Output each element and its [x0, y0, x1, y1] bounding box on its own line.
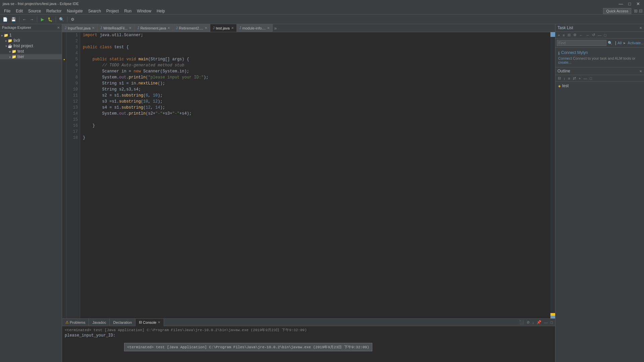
- task-back-btn[interactable]: ←: [578, 33, 584, 38]
- console-close[interactable]: ✕: [158, 320, 160, 324]
- toolbar-search[interactable]: 🔍: [58, 16, 65, 22]
- console-maximize-btn[interactable]: □: [549, 320, 554, 325]
- menu-run[interactable]: Run: [121, 8, 134, 14]
- line-num-3: 3: [69, 44, 78, 50]
- tab-close-moduleinfo[interactable]: ✕: [267, 26, 270, 30]
- console-pin-btn[interactable]: 📌: [536, 320, 542, 325]
- connect-mylyn-title: Connect Mylyn: [561, 50, 588, 55]
- close-button[interactable]: ✕: [635, 1, 641, 6]
- tab-retirement[interactable]: J Retirement.java ✕: [135, 24, 173, 32]
- code-line-2: [83, 38, 548, 44]
- activate-link[interactable]: Activate...: [628, 41, 644, 45]
- menu-window[interactable]: Window: [134, 8, 154, 14]
- find-row: 🔍 | All ▸ Activate...: [555, 39, 644, 48]
- toolbar-refactor[interactable]: ⚙: [69, 16, 76, 22]
- outline-close[interactable]: ✕: [639, 69, 642, 73]
- connect-link[interactable]: Connect: [558, 56, 572, 60]
- toolbar-save[interactable]: 💾: [10, 16, 17, 22]
- line-numbers: 1 2 3 4 5 6 7 8 9 10 11 12 13 14 15 16 1: [67, 32, 80, 318]
- menu-search[interactable]: Search: [86, 8, 104, 14]
- menu-file[interactable]: File: [1, 8, 13, 14]
- right-gutter-top: [550, 32, 555, 37]
- quick-access-button[interactable]: Quick Access: [603, 8, 631, 14]
- toolbar-forward[interactable]: →: [29, 16, 35, 22]
- task-collapse-btn[interactable]: ⊟: [567, 33, 572, 38]
- line-num-2: 2: [69, 38, 78, 44]
- code-line-12: s3 =s1.substring(10, 12);: [83, 99, 548, 105]
- bottom-tab-console[interactable]: ⊟ Console ✕: [136, 319, 164, 326]
- menu-edit[interactable]: Edit: [13, 8, 25, 14]
- outline-sync-btn[interactable]: ⇄: [572, 76, 577, 81]
- all-link[interactable]: All: [618, 41, 622, 45]
- outline-item-test[interactable]: ◈ test: [557, 83, 643, 88]
- right-gutter-info: [550, 316, 555, 318]
- tab-close-retirement2[interactable]: ✕: [205, 26, 207, 30]
- tree-label-tser: tser: [17, 54, 24, 59]
- minimize-button[interactable]: —: [617, 1, 624, 6]
- line-num-11: 11: [69, 93, 78, 99]
- outline-collapse-btn[interactable]: ⊟: [557, 76, 562, 81]
- menu-navigate[interactable]: Navigate: [64, 8, 85, 14]
- title-bar-title: java se - frist project/src/test.java - …: [3, 2, 79, 6]
- task-list-close[interactable]: ✕: [639, 26, 642, 30]
- tab-test[interactable]: J test.java ✕: [210, 24, 237, 32]
- tab-close-inputtest[interactable]: ✕: [92, 26, 95, 30]
- bottom-tab-declaration[interactable]: Declaration: [110, 319, 136, 326]
- task-minimize-btn[interactable]: —: [597, 33, 602, 38]
- tree-item-1[interactable]: ▸ 📁 1: [0, 33, 62, 38]
- code-content[interactable]: import java.util.Scanner; public class t…: [80, 32, 550, 318]
- outline-expand-btn[interactable]: +: [578, 76, 582, 81]
- task-new-btn[interactable]: +: [557, 33, 561, 38]
- task-maximize-btn[interactable]: □: [603, 33, 607, 38]
- code-line-14: System.out.println(s2+"-"+s3+"-"+s4);: [83, 111, 548, 117]
- tree-arrow-1: ▸: [1, 34, 3, 37]
- bottom-tab-javadoc[interactable]: Javadoc: [89, 319, 110, 326]
- tab-overflow[interactable]: »: [273, 25, 278, 31]
- toolbar-back[interactable]: ←: [21, 16, 28, 22]
- tab-close-test[interactable]: ✕: [231, 26, 234, 30]
- task-filter-btn[interactable]: ≡: [561, 33, 566, 38]
- tree-label-1: 1: [9, 33, 12, 38]
- toolbar-run[interactable]: ▶: [39, 16, 46, 22]
- package-explorer-header: Package Explorer ✕: [0, 24, 62, 31]
- menu-source[interactable]: Source: [25, 8, 44, 14]
- outline-filter-btn[interactable]: ≡: [567, 76, 571, 81]
- task-settings-btn[interactable]: ⚙: [572, 33, 578, 38]
- tree-item-tser[interactable]: ▸ 📁 tser: [0, 54, 62, 59]
- task-forward-btn[interactable]: →: [585, 33, 590, 38]
- task-refresh-btn[interactable]: ↺: [591, 33, 596, 38]
- console-minimize-btn[interactable]: —: [543, 320, 549, 325]
- tab-retirement2[interactable]: J Retirement2.... ✕: [173, 24, 210, 32]
- console-clear-btn[interactable]: ⊘: [526, 320, 531, 325]
- find-input[interactable]: [557, 40, 606, 46]
- toolbar-new[interactable]: 📄: [1, 16, 9, 22]
- maximize-button[interactable]: □: [627, 1, 632, 6]
- menu-project[interactable]: Project: [104, 8, 121, 14]
- tab-writeread[interactable]: J WriteReadFil... ✕: [98, 24, 135, 32]
- toolbar-debug[interactable]: 🐛: [46, 16, 54, 22]
- folder-icon-9x9: 📁: [8, 39, 12, 43]
- outline-maximize-btn[interactable]: □: [589, 76, 593, 81]
- outline-minimize-btn[interactable]: —: [582, 76, 588, 81]
- tab-close-retirement[interactable]: ✕: [167, 26, 170, 30]
- tree-item-test[interactable]: ▸ 📁 test: [0, 49, 62, 54]
- console-stop-btn[interactable]: ⬛: [518, 320, 525, 325]
- tab-icon-inputtest: J: [65, 26, 66, 30]
- tab-moduleinfo[interactable]: J module-info.... ✕: [237, 24, 273, 32]
- tree-item-9x9[interactable]: ▸ 📁 9x9: [0, 38, 62, 43]
- task-list-separator: |: [615, 41, 616, 45]
- menu-help[interactable]: Help: [154, 8, 168, 14]
- toolbar-sep-4: [67, 16, 67, 22]
- tab-inputtest[interactable]: J InputTest.java ✕: [62, 24, 98, 32]
- tree-item-frist-project[interactable]: ▾ ☕ frist project: [0, 43, 62, 49]
- console-scroll-btn[interactable]: ↓: [531, 320, 535, 325]
- code-editor[interactable]: ● 1 2 3 4 5 6 7 8 9 10 11 12 13 1: [62, 32, 555, 318]
- tree-arrow-9x9: ▸: [5, 39, 7, 43]
- line-num-7: 7: [69, 68, 78, 74]
- outline-sort-btn[interactable]: ↕: [562, 76, 567, 81]
- create-link[interactable]: create...: [558, 60, 572, 64]
- tab-label-retirement: Retirement.java: [140, 26, 166, 30]
- tab-close-writeread[interactable]: ✕: [129, 26, 131, 30]
- menu-refactor[interactable]: Refactor: [44, 8, 64, 14]
- bottom-tab-problems[interactable]: ⚠ Problems: [62, 319, 89, 326]
